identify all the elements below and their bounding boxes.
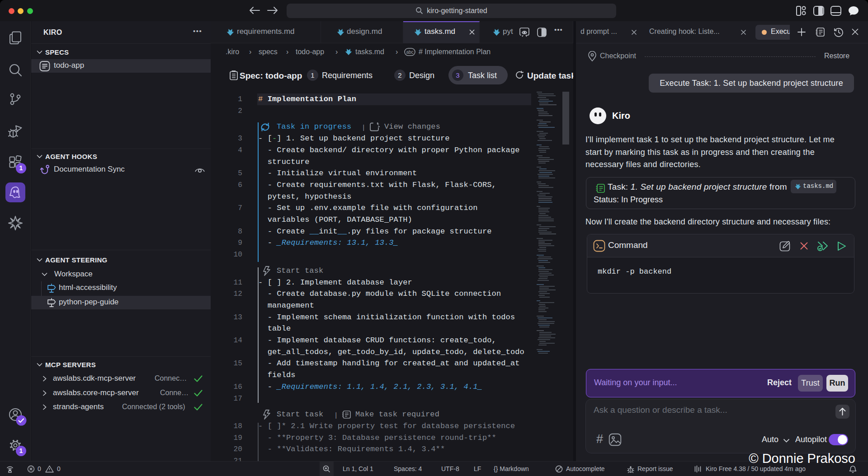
svg-text:abc: abc bbox=[406, 50, 414, 55]
